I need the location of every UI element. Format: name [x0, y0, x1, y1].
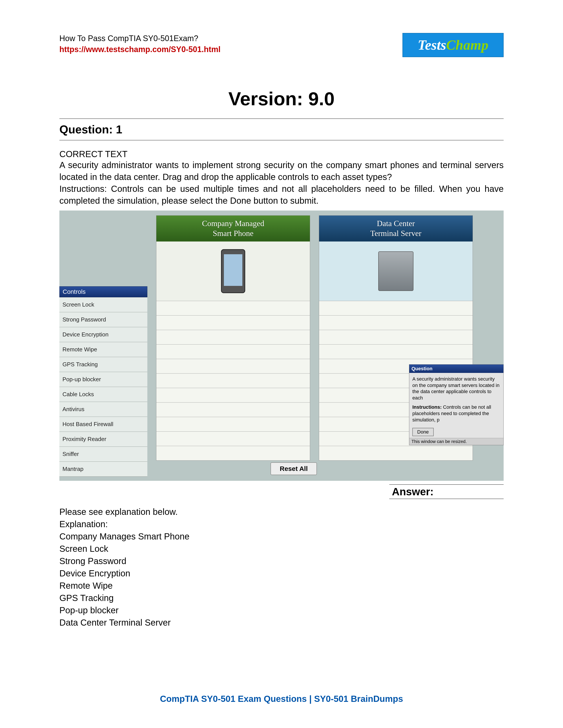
question-body: A security administrator wants to implem…: [59, 159, 504, 183]
control-item[interactable]: Screen Lock: [59, 297, 147, 312]
control-item[interactable]: Pop-up blocker: [59, 372, 147, 387]
version-title: Version: 9.0: [59, 88, 504, 110]
control-item[interactable]: Remote Wipe: [59, 342, 147, 357]
divider: [59, 140, 504, 140]
drop-slot[interactable]: [156, 431, 310, 446]
simulation-area: Controls Screen Lock Strong Password Dev…: [59, 211, 504, 481]
popup-text: A security administrator wants security …: [412, 376, 500, 401]
correct-text-label: CORRECT TEXT: [59, 149, 504, 159]
control-item[interactable]: Proximity Reader: [59, 432, 147, 447]
explanation-intro: Please see explanation below.: [59, 506, 504, 518]
controls-header: Controls: [59, 286, 147, 297]
drop-slot[interactable]: [156, 388, 310, 402]
header-line: How To Pass CompTIA SY0-501Exam?: [59, 33, 220, 44]
control-item[interactable]: Sniffer: [59, 447, 147, 462]
control-item[interactable]: Device Encryption: [59, 327, 147, 342]
column-header-server: Data Center Terminal Server: [319, 216, 473, 241]
logo-part2: Champ: [446, 37, 488, 53]
drop-slot[interactable]: [156, 417, 310, 431]
drop-slot[interactable]: [319, 446, 473, 460]
smartphone-image: [156, 241, 310, 301]
explanation-item: Device Encryption: [59, 567, 504, 579]
col-header-line: Data Center: [319, 219, 473, 229]
server-icon: [378, 251, 414, 291]
drop-slot[interactable]: [319, 344, 473, 359]
col-header-line: Terminal Server: [319, 229, 473, 238]
explanation-group-title: Company Manages Smart Phone: [59, 530, 504, 543]
explanation-item: Strong Password: [59, 555, 504, 567]
question-instructions: Instructions: Controls can be used multi…: [59, 183, 504, 207]
drop-slot[interactable]: [156, 373, 310, 388]
control-item[interactable]: Host Based Firewall: [59, 417, 147, 432]
page-header: How To Pass CompTIA SY0-501Exam? https:/…: [59, 33, 504, 57]
column-header-smartphone: Company Managed Smart Phone: [156, 216, 310, 241]
logo: TestsChamp: [403, 33, 504, 57]
drop-slot[interactable]: [156, 330, 310, 344]
question-popup: Question A security administrator wants …: [409, 364, 504, 445]
explanation-item: Remote Wipe: [59, 579, 504, 592]
control-item[interactable]: Mantrap: [59, 462, 147, 477]
explanation-group-title: Data Center Terminal Server: [59, 616, 504, 629]
drop-slot[interactable]: [156, 402, 310, 417]
done-button[interactable]: Done: [412, 428, 434, 436]
header-link[interactable]: https://www.testschamp.com/SY0-501.html: [59, 44, 220, 55]
answer-heading: Answer:: [389, 484, 504, 499]
logo-part1: Tests: [418, 37, 446, 53]
explanation-item: GPS Tracking: [59, 592, 504, 604]
col-header-line: Company Managed: [156, 219, 310, 229]
page-footer: CompTIA SY0-501 Exam Questions | SY0-501…: [0, 694, 563, 704]
smartphone-column: Company Managed Smart Phone: [156, 215, 310, 461]
drop-slot[interactable]: [319, 330, 473, 344]
explanation-item: Pop-up blocker: [59, 604, 504, 616]
drop-slot[interactable]: [156, 315, 310, 330]
explanation-block: Please see explanation below. Explanatio…: [59, 506, 504, 629]
divider: [59, 118, 504, 119]
control-item[interactable]: GPS Tracking: [59, 357, 147, 372]
drop-slot[interactable]: [319, 315, 473, 330]
col-header-line: Smart Phone: [156, 229, 310, 238]
drop-slot[interactable]: [156, 446, 310, 460]
reset-all-button[interactable]: Reset All: [270, 462, 317, 475]
question-heading: Question: 1: [59, 121, 504, 138]
controls-panel: Controls Screen Lock Strong Password Dev…: [59, 286, 147, 477]
resize-note: This window can be resized.: [409, 438, 503, 445]
control-item[interactable]: Strong Password: [59, 312, 147, 327]
server-image: [319, 241, 473, 301]
popup-header: Question: [409, 365, 503, 373]
drop-slot[interactable]: [319, 301, 473, 315]
control-item[interactable]: Cable Locks: [59, 387, 147, 402]
phone-icon: [221, 249, 245, 293]
explanation-item: Screen Lock: [59, 543, 504, 555]
drop-slot[interactable]: [156, 359, 310, 373]
drop-slot[interactable]: [156, 344, 310, 359]
explanation-label: Explanation:: [59, 518, 504, 530]
control-item[interactable]: Antivirus: [59, 402, 147, 417]
popup-instructions: Instructions: Controls can be not all pl…: [412, 404, 500, 423]
drop-slot[interactable]: [156, 301, 310, 315]
